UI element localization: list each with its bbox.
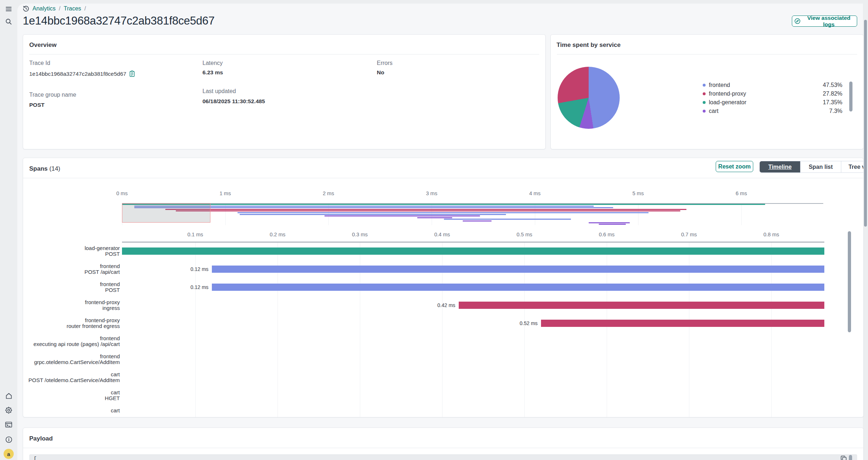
span-row-label: frontend-proxyrouter frontend egress bbox=[27, 317, 120, 329]
legend-dot bbox=[703, 84, 706, 87]
span-operation-name: HGET bbox=[27, 395, 120, 401]
spans-count: (14) bbox=[49, 165, 60, 172]
minimap-span-bar bbox=[463, 220, 492, 222]
overview-title: Overview bbox=[29, 41, 57, 49]
legend-item[interactable]: load-generator17.35% bbox=[703, 98, 842, 107]
time-spent-pie-chart[interactable] bbox=[558, 67, 620, 129]
span-bar[interactable] bbox=[212, 284, 824, 291]
page-scrollbar[interactable] bbox=[864, 20, 867, 227]
span-row-label: cart bbox=[27, 408, 120, 413]
minimap-tick-label: 0 ms bbox=[108, 190, 136, 196]
span-start-time: 0.12 ms bbox=[176, 284, 209, 290]
legend-label: frontend bbox=[709, 82, 823, 88]
minimap-tick-label: 2 ms bbox=[314, 190, 343, 196]
history-icon bbox=[23, 5, 29, 12]
tab-timeline[interactable]: Timeline bbox=[760, 161, 800, 172]
errors-label: Errors bbox=[377, 60, 393, 66]
span-bar[interactable] bbox=[541, 320, 824, 327]
span-bar[interactable] bbox=[459, 302, 824, 309]
span-operation-name: POST bbox=[27, 287, 120, 293]
time-spent-card: Time spent by service frontend47.53%fron… bbox=[550, 34, 864, 149]
span-service-name: load-generator bbox=[27, 245, 120, 251]
span-service-name: frontend-proxy bbox=[27, 299, 120, 305]
search-icon[interactable] bbox=[4, 17, 13, 26]
gantt-tick-label: 0.4 ms bbox=[428, 232, 457, 237]
span-operation-name: grpc.oteldemo.CartService/AddItem bbox=[27, 359, 120, 365]
span-start-time: 0.42 ms bbox=[423, 302, 455, 308]
latency-value: 6.23 ms bbox=[202, 69, 223, 76]
trace-group-label: Trace group name bbox=[29, 92, 76, 98]
trace-id-label: Trace Id bbox=[29, 60, 50, 66]
user-avatar[interactable]: a bbox=[4, 449, 14, 459]
minimap-span-bar bbox=[165, 209, 686, 210]
span-operation-name: POST /oteldemo.CartService/AddItem bbox=[27, 377, 120, 383]
info-icon[interactable] bbox=[4, 435, 13, 444]
span-row-label: frontendPOST /api/cart bbox=[27, 263, 120, 275]
legend-item[interactable]: frontend-proxy27.82% bbox=[703, 89, 842, 98]
payload-scrollbar[interactable] bbox=[849, 455, 852, 460]
home-icon[interactable] bbox=[4, 391, 13, 400]
span-row-label: frontendPOST bbox=[27, 281, 120, 293]
span-service-name: frontend bbox=[27, 281, 120, 287]
gantt-tick-label: 0.3 ms bbox=[345, 232, 374, 237]
gantt-tick-label: 0.8 ms bbox=[757, 232, 786, 237]
gantt-axis bbox=[122, 242, 824, 242]
minimap-span-bar bbox=[176, 210, 681, 211]
span-row-label: frontendgrpc.oteldemo.CartService/AddIte… bbox=[27, 354, 120, 365]
legend-value: 7.3% bbox=[829, 108, 842, 114]
span-service-name: cart bbox=[27, 408, 120, 413]
errors-value: No bbox=[377, 69, 384, 76]
settings-gear-icon[interactable] bbox=[4, 406, 13, 415]
span-operation-name: POST /api/cart bbox=[27, 269, 120, 275]
tab-span-list[interactable]: Span list bbox=[800, 161, 841, 172]
minimap-tick-label: 6 ms bbox=[727, 190, 756, 196]
payload-code-block[interactable]: [ bbox=[29, 454, 857, 460]
span-operation-name: ingress bbox=[27, 305, 120, 311]
span-operation-name: executing api route (pages) /api/cart bbox=[27, 341, 120, 347]
discover-compass-icon bbox=[794, 18, 801, 24]
latency-label: Latency bbox=[202, 60, 223, 66]
span-bar[interactable] bbox=[212, 266, 824, 273]
breadcrumb-analytics-link[interactable]: Analytics bbox=[32, 5, 56, 12]
spans-title: Spans (14) bbox=[29, 165, 60, 172]
trace-id-value: 1e14bbc1968a32747c2ab381f8ce5d67 bbox=[29, 70, 135, 78]
last-updated-value: 06/18/2025 11:30:52.485 bbox=[202, 98, 265, 105]
divider bbox=[557, 54, 857, 54]
payload-copy-icon[interactable] bbox=[841, 455, 847, 460]
minimap-gridline bbox=[638, 203, 638, 225]
legend-label: frontend-proxy bbox=[709, 91, 823, 97]
tab-tree-view[interactable]: Tree view bbox=[841, 161, 864, 172]
span-bar[interactable] bbox=[122, 247, 824, 255]
divider bbox=[23, 178, 863, 178]
menu-icon[interactable] bbox=[4, 5, 13, 13]
payload-title: Payload bbox=[29, 435, 53, 442]
minimap-span-bar bbox=[240, 214, 506, 215]
dev-console-icon[interactable] bbox=[4, 420, 13, 429]
view-associated-logs-button[interactable]: View associated logs bbox=[792, 16, 857, 27]
minimap-span-bar bbox=[599, 224, 625, 225]
span-service-name: frontend bbox=[27, 336, 120, 341]
breadcrumb-traces-link[interactable]: Traces bbox=[64, 5, 81, 12]
payload-card: Payload [ bbox=[23, 428, 864, 460]
spans-card: Spans (14) Reset zoom TimelineSpan listT… bbox=[23, 158, 864, 417]
trace-detail-page: a Analytics / Traces / 1e14bbc1968a32747… bbox=[0, 0, 868, 460]
span-start-time: 0.12 ms bbox=[176, 266, 209, 272]
legend-scrollbar[interactable] bbox=[849, 82, 852, 111]
legend-item[interactable]: frontend47.53% bbox=[703, 81, 842, 89]
gantt-tick-label: 0.1 ms bbox=[181, 232, 210, 237]
legend-item[interactable]: cart7.3% bbox=[703, 107, 842, 115]
span-start-time: 0.52 ms bbox=[505, 320, 538, 326]
gantt-tick-label: 0.5 ms bbox=[510, 232, 539, 237]
minimap-selection[interactable] bbox=[122, 203, 210, 223]
breadcrumb: Analytics / Traces / bbox=[23, 5, 86, 12]
legend-dot bbox=[703, 92, 706, 95]
legend-label: load-generator bbox=[709, 99, 823, 106]
copy-icon[interactable] bbox=[129, 70, 135, 78]
gantt-tick-label: 0.2 ms bbox=[263, 232, 292, 237]
minimap-span-bar bbox=[122, 204, 765, 205]
gantt-scrollbar[interactable] bbox=[848, 231, 851, 332]
span-operation-name: POST bbox=[27, 251, 120, 257]
page-title: 1e14bbc1968a32747c2ab381f8ce5d67 bbox=[23, 14, 214, 27]
reset-zoom-button[interactable]: Reset zoom bbox=[716, 161, 753, 172]
minimap-span-bar bbox=[324, 215, 480, 216]
